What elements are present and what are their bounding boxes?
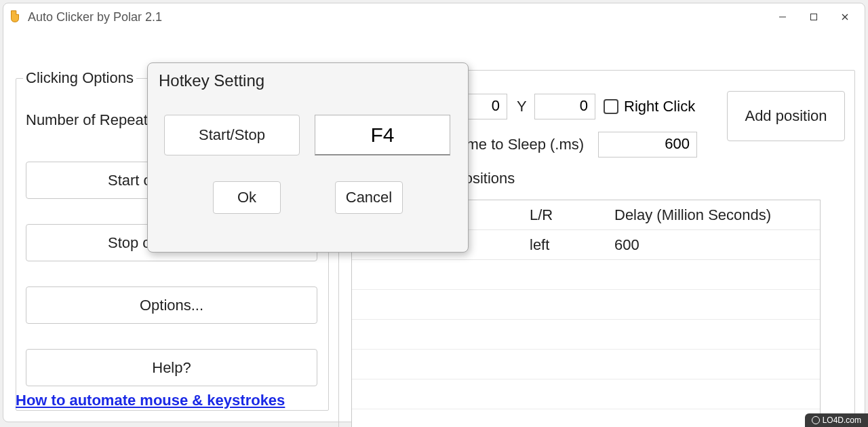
x-value: 0 (492, 97, 500, 114)
titlebar: Auto Clicker by Polar 2.1 (3, 3, 865, 31)
maximize-button[interactable] (798, 6, 829, 28)
table-row (352, 320, 820, 350)
options-button[interactable]: Options... (26, 286, 317, 324)
right-click-label: Right Click (624, 98, 695, 115)
time-to-sleep-label: Time to Sleep (.ms) (454, 136, 584, 153)
y-input[interactable]: 0 (534, 94, 595, 119)
ok-button[interactable]: Ok (213, 181, 281, 214)
checkbox-box-icon (604, 99, 618, 114)
table-header-delay: Delay (Million Seconds) (606, 206, 820, 224)
right-click-checkbox[interactable]: Right Click (604, 98, 695, 115)
table-header-lr: L/R (521, 206, 606, 224)
start-stop-button[interactable]: Start/Stop (164, 115, 300, 155)
hotkey-input[interactable]: F4 (315, 115, 450, 155)
window-title: Auto Clicker by Polar 2.1 (28, 10, 767, 24)
table-row (352, 350, 820, 379)
table-row (352, 409, 820, 427)
minimize-button[interactable] (767, 6, 798, 28)
hotkey-setting-dialog: Hotkey Setting Start/Stop F4 Ok Cancel (147, 62, 469, 253)
help-button[interactable]: Help? (26, 349, 317, 386)
automate-link[interactable]: How to automate mouse & keystrokes (16, 392, 285, 409)
ok-label: Ok (237, 189, 256, 206)
app-icon (7, 10, 22, 24)
table-row (352, 379, 820, 409)
cell-delay: 600 (606, 236, 820, 254)
watermark-badge: LO4D.com (805, 413, 868, 427)
clicking-options-legend: Clicking Options (23, 69, 136, 87)
time-to-sleep-value: 600 (665, 135, 690, 152)
help-button-label: Help? (152, 359, 191, 377)
table-row (352, 260, 820, 290)
hotkey-value: F4 (370, 124, 394, 147)
watermark-text: LO4D.com (823, 415, 861, 425)
content-area: Clicking Options Number of Repeats Start… (3, 31, 865, 44)
table-row (352, 290, 820, 320)
add-position-button[interactable]: Add position (727, 91, 845, 141)
time-to-sleep-input[interactable]: 600 (598, 132, 697, 157)
cancel-label: Cancel (346, 189, 392, 206)
y-label: Y (517, 98, 527, 115)
close-button[interactable] (829, 6, 861, 28)
add-position-label: Add position (745, 107, 827, 125)
dialog-title: Hotkey Setting (148, 63, 468, 93)
globe-icon (812, 416, 820, 424)
options-button-label: Options... (140, 297, 203, 314)
repeats-label: Number of Repeats (26, 111, 155, 129)
start-stop-label: Start/Stop (199, 126, 265, 144)
svg-rect-1 (811, 14, 817, 20)
cell-lr: left (521, 236, 606, 254)
y-value: 0 (580, 97, 588, 114)
cancel-button[interactable]: Cancel (335, 181, 403, 214)
